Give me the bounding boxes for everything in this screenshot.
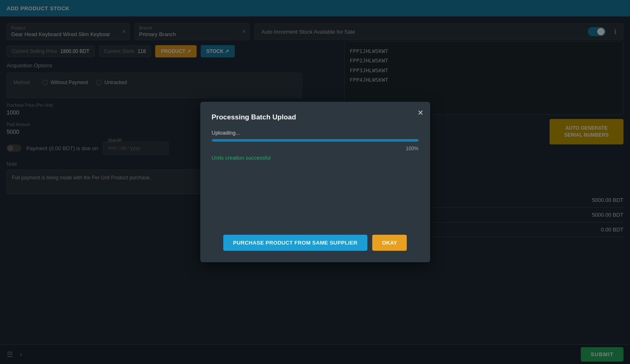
okay-button[interactable]: OKAY [372,235,407,251]
modal-overlay: ✕ Processing Batch Upload Uploading... 1… [0,0,630,364]
modal-close-button[interactable]: ✕ [417,108,424,117]
success-text: Units creation successful [212,155,419,161]
progress-bar-background [212,139,419,142]
modal-buttons: PURCHASE PRODUCT FROM SAME SUPPLIER OKAY [212,235,419,251]
progress-percent: 100% [212,146,419,151]
purchase-same-supplier-button[interactable]: PURCHASE PRODUCT FROM SAME SUPPLIER [223,235,367,251]
modal-status-label: Uploading... [212,130,419,136]
progress-bar-fill [212,139,419,142]
modal-title: Processing Batch Upload [212,113,419,121]
processing-modal: ✕ Processing Batch Upload Uploading... 1… [200,102,430,262]
